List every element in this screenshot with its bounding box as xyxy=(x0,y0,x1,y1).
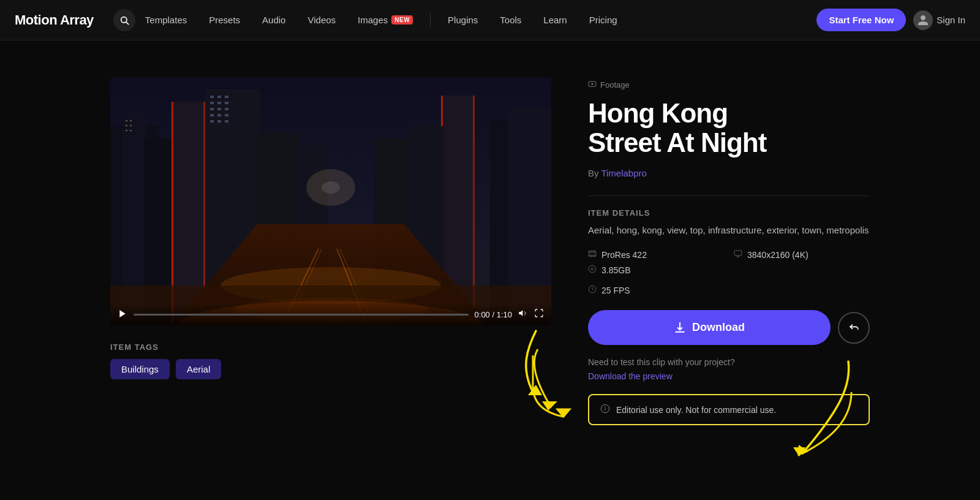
time-display: 0:00 / 1:10 xyxy=(475,310,512,319)
preview-section: Need to test this clip with your project… xyxy=(588,357,870,382)
logo[interactable]: Motion Array xyxy=(15,12,94,28)
item-details-label: ITEM DETAILS xyxy=(588,208,870,218)
svg-rect-29 xyxy=(225,108,228,110)
svg-rect-27 xyxy=(210,108,214,110)
nav-images[interactable]: Images NEW xyxy=(348,10,423,30)
nav-audio[interactable]: Audio xyxy=(252,10,295,30)
svg-rect-28 xyxy=(217,108,221,110)
svg-rect-35 xyxy=(225,120,228,123)
nav-videos[interactable]: Videos xyxy=(298,10,345,30)
svg-point-66 xyxy=(591,268,594,271)
editorial-text: Editorial use only. Not for commercial u… xyxy=(616,405,776,415)
editorial-notice: Editorial use only. Not for commercial u… xyxy=(588,394,870,425)
nav-learn[interactable]: Learn xyxy=(533,10,576,30)
spec-size: 3.85GB xyxy=(588,265,724,275)
footage-icon xyxy=(588,80,597,90)
svg-rect-33 xyxy=(210,120,214,123)
svg-rect-22 xyxy=(217,96,221,98)
preview-link[interactable]: Download the preview xyxy=(588,371,673,381)
svg-rect-10 xyxy=(126,125,127,126)
svg-rect-26 xyxy=(225,102,228,104)
film-icon xyxy=(588,249,597,260)
size-value: 3.85GB xyxy=(601,265,630,275)
svg-rect-32 xyxy=(225,114,228,116)
main-content: 0:00 / 1:10 ITEM TAGS Buildings xyxy=(0,40,980,450)
monitor-icon xyxy=(734,249,742,260)
video-controls: 0:00 / 1:10 xyxy=(110,303,551,325)
clock-icon xyxy=(588,285,597,295)
video-section: 0:00 / 1:10 ITEM TAGS Buildings xyxy=(110,77,551,379)
item-tags-label: ITEM TAGS xyxy=(110,343,551,352)
item-details-tags: Aerial, hong, kong, view, top, infrastru… xyxy=(588,224,870,238)
item-tags-section: ITEM TAGS Buildings Aerial xyxy=(110,343,551,379)
header: Motion Array Templates Presets Audio Vid… xyxy=(0,0,980,40)
disk-icon xyxy=(588,265,597,275)
nav-presets[interactable]: Presets xyxy=(199,10,250,30)
svg-rect-30 xyxy=(210,114,214,116)
volume-button[interactable] xyxy=(518,308,528,320)
nav-pricing[interactable]: Pricing xyxy=(579,10,627,30)
svg-marker-51 xyxy=(119,310,125,317)
svg-rect-8 xyxy=(126,120,127,121)
video-player[interactable]: 0:00 / 1:10 xyxy=(110,77,551,325)
share-button[interactable] xyxy=(838,312,870,344)
svg-point-48 xyxy=(322,181,340,194)
play-button[interactable] xyxy=(118,309,127,320)
svg-rect-31 xyxy=(217,114,221,116)
sign-in-label: Sign In xyxy=(937,15,965,25)
author-link[interactable]: Timelabpro xyxy=(601,168,646,178)
author-line: By Timelabpro xyxy=(588,168,870,178)
svg-rect-55 xyxy=(589,251,596,257)
svg-rect-11 xyxy=(130,125,132,126)
nav-plugins[interactable]: Plugins xyxy=(438,10,488,30)
spec-format: ProRes 422 xyxy=(588,249,724,260)
header-right: Start Free Now Sign In xyxy=(816,9,965,31)
video-thumbnail xyxy=(110,77,551,325)
svg-rect-13 xyxy=(130,130,132,131)
svg-rect-24 xyxy=(210,102,214,104)
preview-text: Need to test this clip with your project… xyxy=(588,357,870,367)
fps-value: 25 FPS xyxy=(601,286,630,295)
spec-fps: 25 FPS xyxy=(588,285,870,295)
main-nav: Templates Presets Audio Videos Images NE… xyxy=(135,10,817,30)
nav-tools[interactable]: Tools xyxy=(490,10,531,30)
svg-point-65 xyxy=(589,265,596,273)
section-divider xyxy=(588,195,870,196)
svg-line-1 xyxy=(126,22,129,25)
svg-rect-12 xyxy=(126,130,127,131)
user-icon xyxy=(913,10,933,30)
svg-rect-23 xyxy=(225,96,228,98)
svg-rect-34 xyxy=(217,120,221,123)
svg-rect-21 xyxy=(210,96,214,98)
city-svg xyxy=(110,77,551,325)
svg-marker-52 xyxy=(519,310,522,316)
new-badge: NEW xyxy=(391,15,413,25)
nav-divider xyxy=(430,13,431,28)
resolution-value: 3840x2160 (4K) xyxy=(747,250,809,260)
search-button[interactable] xyxy=(113,9,135,31)
footage-label: Footage xyxy=(588,80,870,90)
info-panel: Footage Hong Kong Street At Night By Tim… xyxy=(588,77,870,425)
tags-list: Buildings Aerial xyxy=(110,359,551,379)
category-text: Footage xyxy=(600,80,630,89)
start-free-button[interactable]: Start Free Now xyxy=(816,9,906,31)
nav-templates[interactable]: Templates xyxy=(135,10,197,30)
svg-marker-54 xyxy=(592,83,594,85)
info-icon xyxy=(600,404,610,415)
download-button[interactable]: Download xyxy=(588,310,831,345)
svg-rect-9 xyxy=(130,120,132,121)
format-value: ProRes 422 xyxy=(601,250,647,260)
sign-in[interactable]: Sign In xyxy=(913,10,965,30)
spec-resolution: 3840x2160 (4K) xyxy=(734,249,870,260)
svg-rect-25 xyxy=(217,102,221,104)
tag-aerial[interactable]: Aerial xyxy=(176,359,221,379)
tag-buildings[interactable]: Buildings xyxy=(110,359,170,379)
svg-rect-62 xyxy=(734,251,742,256)
fullscreen-button[interactable] xyxy=(534,308,544,320)
action-row: Download xyxy=(588,310,870,345)
logo-text: Motion Array xyxy=(15,12,94,28)
item-title: Hong Kong Street At Night xyxy=(588,99,870,158)
progress-bar[interactable] xyxy=(134,314,469,316)
specs-grid: ProRes 422 3840x2160 (4K) xyxy=(588,249,870,275)
